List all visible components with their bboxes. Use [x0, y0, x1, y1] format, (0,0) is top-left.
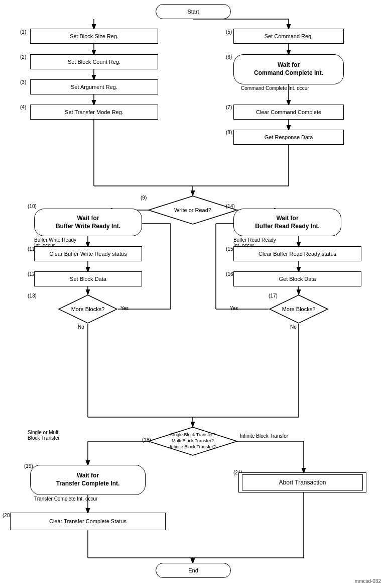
- transfer-complete-label: Transfer Complete Int. occur: [34, 496, 97, 502]
- step-13-num: (13): [28, 293, 37, 299]
- node-4: Set Transfer Mode Reg.: [30, 105, 158, 120]
- step-10-num: (10): [28, 204, 37, 209]
- single-multi-label: Single or Multi Block Transfer: [28, 430, 60, 441]
- step-8-num: (8): [226, 130, 232, 135]
- end-node: End: [156, 563, 231, 578]
- step-3-num: (3): [20, 79, 26, 85]
- watermark: mmcsd-032: [355, 578, 381, 584]
- step-6-num: (6): [226, 54, 232, 60]
- yes-13-label: Yes: [120, 306, 128, 311]
- cmd-complete-label: Command Complete Int. occur: [241, 85, 309, 91]
- infinite-label: Infinite Block Transfer: [240, 433, 288, 439]
- step-7-num: (7): [226, 105, 232, 110]
- step-14-num: (14): [226, 204, 235, 209]
- no-13-label: No: [78, 324, 84, 330]
- node-10: Wait for Buffer Write Ready Int.: [34, 209, 142, 236]
- step-1-num: (1): [20, 29, 26, 35]
- no-17-label: No: [290, 324, 297, 330]
- node-20: Clear Transfer Complete Status: [10, 513, 166, 530]
- node-19: Wait for Transfer Complete Int.: [30, 465, 146, 495]
- node-3: Set Argument Reg.: [30, 79, 158, 94]
- step-4-num: (4): [20, 105, 26, 110]
- node-16: Get Block Data: [233, 271, 361, 286]
- node-1: Set Block Size Reg.: [30, 29, 158, 44]
- step-9-num: (9): [141, 195, 147, 201]
- node-21: Abort Transaction: [238, 472, 366, 493]
- step-19-num: (19): [24, 463, 33, 469]
- node-9: Write or Read?: [148, 195, 238, 225]
- node-8: Get Response Data: [233, 130, 344, 145]
- node-11: Clear Buffer Write Ready status: [34, 246, 142, 261]
- node-6: Wait for Command Complete Int.: [233, 54, 344, 84]
- step-5-num: (5): [226, 29, 232, 35]
- node-5: Set Command Reg.: [233, 29, 344, 44]
- node-12: Set Block Data: [34, 271, 142, 286]
- node-2: Set Block Count Reg.: [30, 54, 158, 69]
- node-15: Clear Buffer Read Ready status: [233, 246, 361, 261]
- step-2-num: (2): [20, 54, 26, 60]
- node-14: Wait for Buffer Read Ready Int.: [233, 209, 341, 236]
- node-13: More Blocks?: [58, 294, 118, 324]
- node-7: Clear Command Complete: [233, 105, 344, 120]
- node-18: Single Block Transfer? Multi Block Trans…: [148, 426, 238, 456]
- node-17: More Blocks?: [269, 294, 329, 324]
- yes-17-label: Yes: [230, 306, 238, 311]
- start-node: Start: [156, 4, 231, 19]
